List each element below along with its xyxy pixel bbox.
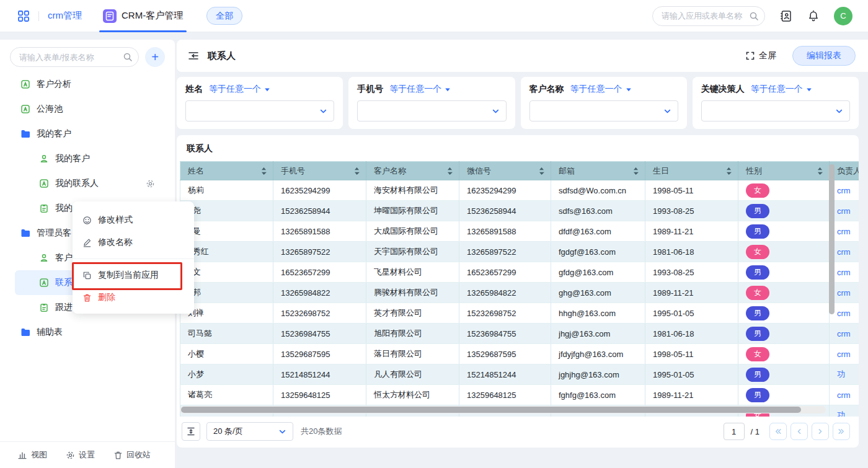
sidebar-item[interactable]: 公海池	[0, 97, 175, 121]
sidebar-item[interactable]: 我的客户	[0, 121, 175, 146]
edit-report-button[interactable]: 编辑报表	[792, 46, 856, 66]
table-row[interactable]: □尧15236258944坤曜国际有限公司15236258944sdfs@163…	[180, 201, 859, 221]
cell-name: 小樱	[180, 344, 273, 364]
gender-badge: 女	[746, 347, 769, 361]
owner-link[interactable]: crm	[837, 288, 851, 298]
menu-item[interactable]: 修改样式	[73, 209, 194, 231]
menu-item[interactable]: 复制到当前应用	[73, 264, 194, 286]
table-row[interactable]: 杨莉16235294299海安材料有限公司16235294299sdfsd@Wo…	[180, 180, 859, 201]
sidebar-item[interactable]: 客户分析	[0, 72, 175, 97]
page-total-label: / 1	[751, 427, 760, 436]
owner-link[interactable]: crm	[837, 206, 851, 216]
sidebar-footer-item[interactable]: 视图	[17, 449, 47, 461]
owner-link[interactable]: crm	[837, 247, 851, 257]
column-header-2[interactable]: 手机号	[273, 162, 366, 180]
table-row[interactable]: □秀红13265897522天宇国际有限公司13265897522fgdgf@1…	[180, 242, 859, 262]
cell-company: 凡人有限公司	[366, 364, 459, 385]
avatar[interactable]: C	[834, 7, 852, 25]
first-page-button[interactable]	[769, 423, 787, 440]
vertical-scrollbar-thumb[interactable]	[829, 164, 835, 314]
sidebar-item[interactable]: 我的联系人	[0, 171, 175, 196]
sidebar-footer-item[interactable]: 回收站	[113, 449, 151, 461]
horizontal-scrollbar-thumb[interactable]	[181, 407, 801, 413]
filter-operator-dropdown[interactable]: 等于任意一个	[389, 84, 451, 95]
cell-company: 英才有限公司	[366, 303, 459, 324]
table-row[interactable]: □邦13265984822腾骏材料有限公司13265984822ghg@163.…	[180, 283, 859, 303]
topbar-right: C	[652, 6, 868, 26]
menu-item[interactable]: 修改名称	[73, 231, 194, 254]
sidebar-footer-item[interactable]: 设置	[66, 449, 95, 461]
topbar: crm管理 CRM-客户管理 全部 C	[0, 0, 868, 32]
owner-link[interactable]: crm	[837, 329, 851, 338]
cell-company: 天宇国际有限公司	[366, 242, 459, 262]
collapse-sidebar-icon[interactable]	[188, 51, 199, 61]
fullscreen-button[interactable]: 全屏	[745, 50, 776, 61]
column-header-label: 手机号	[281, 166, 305, 175]
menu-divider	[73, 258, 194, 259]
owner-link[interactable]: crm	[837, 391, 851, 400]
sidebar-item[interactable]: 辅助表	[0, 320, 175, 345]
owner-link[interactable]: crm	[837, 350, 851, 359]
add-form-button[interactable]: +	[145, 47, 165, 67]
next-page-button[interactable]	[812, 423, 829, 440]
rename-icon	[82, 238, 92, 247]
last-page-button[interactable]	[833, 423, 850, 440]
table-row[interactable]: 小梦15214851244凡人有限公司15214851244jghjhg@163…	[180, 364, 859, 385]
table-row[interactable]: 刘禅15232698752英才有限公司15232698752hhgh@163.c…	[180, 303, 859, 324]
filter-value-select[interactable]	[701, 100, 850, 121]
owner-link[interactable]: crm	[837, 186, 851, 195]
gender-badge: 男	[746, 388, 769, 402]
column-header-1[interactable]: 姓名	[180, 162, 273, 180]
sidebar-item[interactable]: 我的客户	[0, 146, 175, 171]
table-row[interactable]: □曼13265891588大成国际有限公司13265891588dfdf@163…	[180, 221, 859, 242]
column-header-3[interactable]: 客户名称	[366, 162, 459, 180]
cell-email: fgdgf@163.com	[551, 242, 645, 262]
owner-link[interactable]: 功	[837, 369, 845, 379]
cell-company: 旭阳有限公司	[366, 324, 459, 344]
cell-email: hhgh@163.com	[551, 303, 645, 324]
table-row[interactable]: 小樱13529687595落日有限公司13529687595jfdyjfgh@1…	[180, 344, 859, 364]
page-number-input[interactable]	[724, 423, 745, 440]
workspace-link[interactable]: crm管理	[48, 10, 82, 22]
chevron-down-icon	[278, 428, 286, 436]
person-icon	[39, 154, 49, 164]
page-size-select[interactable]: 20 条/页	[206, 422, 293, 441]
table-row[interactable]: 诸葛亮13259648125恒太方材料公司13259648125fghfg@16…	[180, 385, 859, 405]
filter-operator-dropdown[interactable]: 等于任意一个	[570, 84, 632, 95]
column-header-5[interactable]: 邮箱	[551, 162, 645, 180]
filter-head: 手机号等于任意一个	[357, 84, 506, 95]
scope-filter-pill[interactable]: 全部	[206, 7, 242, 25]
form-icon	[20, 79, 30, 89]
gear-icon[interactable]	[146, 179, 155, 188]
prev-page-button[interactable]	[790, 423, 808, 440]
table-row[interactable]: □文16523657299飞星材料公司16523657299gfdg@163.c…	[180, 262, 859, 283]
cell-birthday: 1993-08-25	[645, 262, 738, 283]
double-chevron-right-icon	[837, 427, 846, 436]
column-header-7[interactable]: 性别	[738, 162, 830, 180]
column-header-label: 客户名称	[374, 166, 406, 175]
filter-operator-dropdown[interactable]: 等于任意一个	[751, 84, 812, 95]
owner-link[interactable]: crm	[837, 268, 851, 277]
vertical-scrollbar	[829, 163, 835, 412]
menu-item[interactable]: 删除	[73, 286, 194, 309]
bell-icon[interactable]	[807, 10, 820, 22]
column-header-6[interactable]: 生日	[645, 162, 738, 180]
app-tab[interactable]: CRM-客户管理	[98, 0, 188, 32]
filter-value-select[interactable]	[529, 100, 678, 121]
filter-value-select[interactable]	[357, 100, 506, 121]
table-row[interactable]: 司马懿15236984755旭阳有限公司15236984755jhgj@163.…	[180, 324, 859, 344]
row-height-button[interactable]	[182, 422, 200, 441]
owner-link[interactable]: 功	[837, 410, 845, 417]
filter-operator-label: 等于任意一个	[570, 84, 622, 95]
owner-link[interactable]: crm	[837, 309, 851, 318]
cell-phone: 13529687595	[273, 344, 366, 364]
apps-grid-icon[interactable]	[17, 10, 30, 22]
owner-link[interactable]: crm	[837, 227, 851, 236]
column-header-4[interactable]: 微信号	[459, 162, 551, 180]
sidebar-search-input[interactable]	[10, 47, 139, 67]
cell-birthday: 1981-06-18	[645, 324, 738, 344]
contacts-icon[interactable]	[779, 9, 793, 23]
filter-value-select[interactable]	[185, 100, 334, 121]
global-search-input[interactable]	[652, 6, 765, 26]
filter-operator-dropdown[interactable]: 等于任意一个	[209, 84, 270, 95]
